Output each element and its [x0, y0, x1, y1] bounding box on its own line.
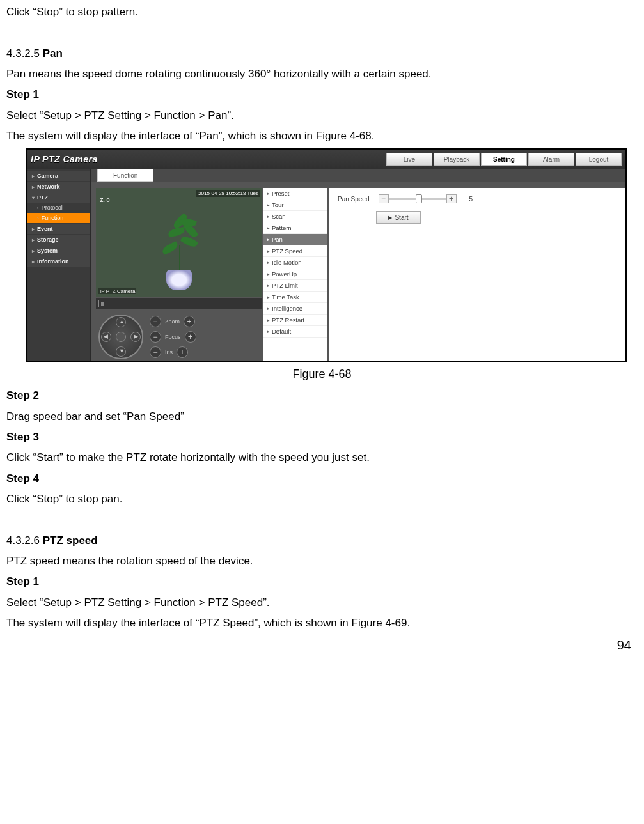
- direction-pad: ▲ ▼ ◀ ▶: [98, 315, 143, 359]
- step-1-label: Step 1: [6, 573, 638, 590]
- pan-speed-label: Pan Speed: [338, 196, 370, 203]
- func-intelligence[interactable]: ▸Intelligence: [263, 303, 327, 315]
- chevron-right-icon: ▸: [32, 173, 35, 179]
- chevron-right-icon: ▸: [32, 184, 35, 190]
- func-label: Default: [272, 328, 291, 335]
- tab-logout[interactable]: Logout: [576, 153, 622, 166]
- start-button[interactable]: ▶ Start: [376, 211, 421, 224]
- zoom-in-button[interactable]: +: [184, 316, 195, 327]
- page-number: 94: [6, 635, 638, 655]
- iris-close-button[interactable]: −: [150, 346, 161, 358]
- chevron-right-icon: ▸: [267, 191, 270, 196]
- header-tabs: Live Playback Setting Alarm Logout: [386, 153, 622, 166]
- func-label: Time Task: [272, 293, 299, 300]
- tab-alarm[interactable]: Alarm: [528, 153, 574, 166]
- sidebar-item-event[interactable]: ▸Event: [27, 224, 90, 234]
- func-tour[interactable]: ▸Tour: [263, 199, 327, 211]
- func-ptz-speed[interactable]: ▸PTZ Speed: [263, 245, 327, 257]
- focus-out-button[interactable]: −: [150, 331, 161, 343]
- ptz-controls: ▲ ▼ ◀ ▶ − Zoom +: [96, 315, 262, 359]
- section1-p6: Click “Stop” to stop pan.: [6, 491, 638, 508]
- chevron-right-icon: ▸: [267, 203, 270, 208]
- section1-p5: Click “Start” to make the PTZ rotate hor…: [6, 449, 638, 466]
- func-label: PTZ Restart: [272, 316, 304, 323]
- main-area: Function ? 2015-04-28 10:52:18 Tues Z: 0: [91, 169, 625, 361]
- preview-column: 2015-04-28 10:52:18 Tues Z: 0 IP PTZ Cam…: [96, 188, 262, 362]
- brand-label: IP PTZ Camera: [31, 154, 98, 164]
- tab-setting[interactable]: Setting: [481, 153, 527, 166]
- step-1-label: Step 1: [6, 86, 638, 103]
- slider-thumb[interactable]: [416, 194, 422, 203]
- start-button-label: Start: [395, 214, 408, 221]
- func-idle-motion[interactable]: ▸Idle Motion: [263, 257, 327, 268]
- chevron-right-icon: ▸: [267, 318, 270, 323]
- func-pan[interactable]: ▸Pan: [263, 234, 327, 245]
- figure-caption: Figure 4-68: [6, 366, 638, 384]
- zoom-focus-iris-group: − Zoom + − Focus + −: [150, 316, 196, 358]
- func-label: Tour: [272, 201, 283, 208]
- func-default[interactable]: ▸Default: [263, 326, 327, 338]
- sidebar-item-function[interactable]: ›Function: [27, 213, 90, 223]
- play-icon: ▶: [388, 215, 392, 221]
- zoom-out-button[interactable]: −: [150, 316, 161, 327]
- chevron-right-icon: ▸: [267, 237, 270, 242]
- section2-p2: Select “Setup > PTZ Setting > Function >…: [6, 595, 638, 611]
- sidebar-label: Camera: [37, 173, 58, 179]
- func-label: PowerUp: [272, 270, 297, 277]
- pan-speed-slider[interactable]: − +: [379, 194, 457, 203]
- section-title: Pan: [43, 47, 63, 59]
- func-pattern[interactable]: ▸Pattern: [263, 222, 327, 234]
- chevron-right-icon: ›: [37, 205, 39, 211]
- sidebar-label: PTZ: [37, 194, 48, 201]
- iris-open-button[interactable]: +: [177, 346, 188, 358]
- tab-playback[interactable]: Playback: [434, 153, 480, 166]
- sidebar-item-information[interactable]: ▸Information: [27, 256, 90, 267]
- func-powerup[interactable]: ▸PowerUp: [263, 268, 327, 280]
- section1-p2: Select “Setup > PTZ Setting > Function >…: [6, 107, 638, 124]
- step-4-label: Step 4: [6, 470, 638, 487]
- chevron-right-icon: ▸: [267, 295, 270, 300]
- sidebar-label: Protocol: [42, 205, 63, 211]
- sidebar-label: Information: [37, 258, 69, 265]
- preview-image: [150, 214, 208, 290]
- func-scan[interactable]: ▸Scan: [263, 211, 327, 222]
- iris-label: Iris: [165, 349, 173, 355]
- sidebar-item-ptz[interactable]: ▾PTZ: [27, 192, 90, 203]
- section1-p1: Pan means the speed dome rotating contin…: [6, 66, 638, 82]
- pan-speed-plus-button[interactable]: +: [446, 194, 457, 203]
- sidebar-item-system[interactable]: ▸System: [27, 245, 90, 256]
- func-preset[interactable]: ▸Preset: [263, 188, 327, 199]
- function-list: ▸Preset ▸Tour ▸Scan ▸Pattern ▸Pan ▸PTZ S…: [263, 188, 327, 362]
- sidebar-item-network[interactable]: ▸Network: [27, 182, 90, 192]
- sidebar-label: System: [37, 247, 58, 254]
- func-label: Idle Motion: [272, 259, 301, 266]
- slider-track[interactable]: [389, 198, 446, 200]
- app-window: IP PTZ Camera Live Playback Setting Alar…: [26, 148, 627, 362]
- chevron-right-icon: ▸: [267, 283, 270, 288]
- func-time-task[interactable]: ▸Time Task: [263, 292, 327, 303]
- expand-bar: [96, 298, 262, 309]
- pan-speed-value: 5: [469, 196, 473, 203]
- subtab-function[interactable]: Function: [97, 169, 153, 182]
- sidebar-label: Network: [37, 183, 60, 190]
- chevron-right-icon: ▸: [267, 329, 270, 334]
- sidebar-item-storage[interactable]: ▸Storage: [27, 235, 90, 245]
- chevron-right-icon: ▸: [32, 226, 35, 232]
- sidebar-item-camera[interactable]: ▸Camera: [27, 171, 90, 181]
- func-ptz-restart[interactable]: ▸PTZ Restart: [263, 315, 327, 326]
- chevron-right-icon: ▸: [267, 249, 270, 254]
- chevron-right-icon: ▸: [267, 260, 270, 265]
- settings-pane: Pan Speed − + 5 ▶ Start: [329, 188, 625, 362]
- chevron-right-icon: ▸: [32, 259, 35, 265]
- fullscreen-icon[interactable]: [98, 300, 106, 307]
- chevron-right-icon: ▸: [267, 226, 270, 231]
- watermark-overlay: IP PTZ Camera: [98, 288, 136, 294]
- func-ptz-limit[interactable]: ▸PTZ Limit: [263, 280, 327, 292]
- sidebar-item-protocol[interactable]: ›Protocol: [27, 203, 90, 213]
- focus-in-button[interactable]: +: [185, 331, 196, 343]
- pan-speed-minus-button[interactable]: −: [379, 194, 389, 203]
- zoom-overlay: Z: 0: [100, 197, 110, 203]
- tab-live[interactable]: Live: [386, 153, 432, 166]
- chevron-right-icon: ▸: [32, 237, 35, 243]
- section-title: PTZ speed: [43, 534, 98, 547]
